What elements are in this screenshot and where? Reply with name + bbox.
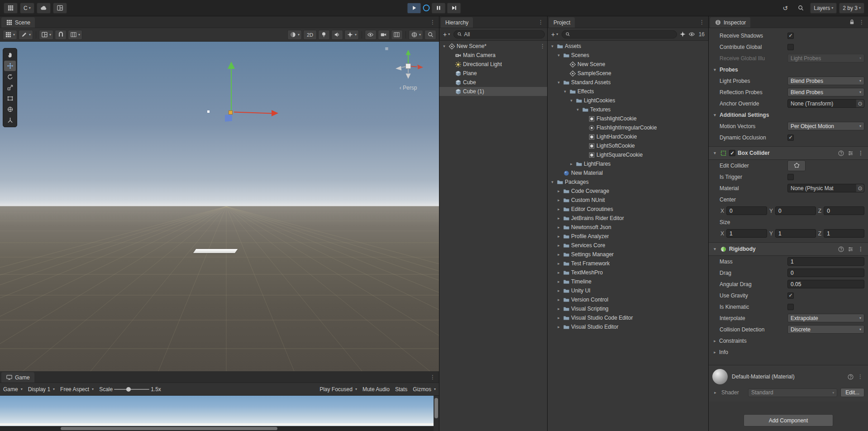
component-header-rigidbody[interactable]: ▾Rigidbody⋮ [709,242,868,256]
foldout-icon[interactable]: ▸ [556,189,562,193]
move-tool-button[interactable] [4,61,16,71]
motion-vectors-dropdown[interactable]: Per Object Motion▾ [787,122,864,130]
camera-settings-button[interactable] [378,30,390,40]
project-item[interactable]: ▸Visual Scripting [548,304,708,313]
foldout-icon[interactable]: ▾ [712,247,718,251]
foldout-icon[interactable]: ▸ [556,297,562,302]
perspective-toggle[interactable]: ‹ Persp [387,85,429,91]
move-gizmo-center-handle[interactable] [229,110,233,115]
foldout-icon[interactable]: ▾ [712,67,718,72]
project-item[interactable]: ▾LightCookies [548,96,708,105]
section-header-probes[interactable]: ▾Probes [709,64,868,75]
foldout-icon[interactable]: ▾ [556,80,562,85]
section-header-additional-settings[interactable]: ▾Additional Settings [709,109,868,120]
receive-shadows-checkbox[interactable]: ✓ [787,33,794,39]
foldout-icon[interactable]: ▸ [556,261,562,266]
project-window-menu-icon[interactable]: ⋮ [698,19,706,25]
scene-effects-button[interactable]: ▾ [344,30,359,40]
custom-tool-button[interactable] [4,115,16,125]
project-item[interactable]: FlashlightCookie [548,114,708,123]
foldout-icon[interactable]: ▸ [556,207,562,211]
material-object-field[interactable]: None (Physic Mat⊙ [787,184,864,192]
foldout-icon[interactable]: ▸ [556,243,562,248]
tab-inspector[interactable]: Inspector [710,17,750,28]
lock-icon[interactable] [849,19,855,25]
project-item[interactable]: ▾Scenes [548,51,708,60]
vector-field-z[interactable]: 0 [824,206,864,215]
hierarchy-item[interactable]: Cube [439,78,547,87]
add-component-button[interactable]: Add Component [744,414,833,426]
play-button[interactable] [407,3,421,14]
scale-slider-knob[interactable] [126,387,131,392]
foldout-icon[interactable]: ▾ [712,113,718,117]
foldout-icon[interactable]: ▾ [568,98,574,103]
object-picker-icon[interactable]: ⊙ [856,100,864,107]
vector-field-z[interactable]: 1 [824,229,864,238]
project-item[interactable]: ▾Packages [548,177,708,187]
project-item[interactable]: ▸Services Core [548,241,708,250]
foldout-icon[interactable]: ▸ [556,234,562,239]
scene-orientation-gizmo[interactable]: ‹ Persp [387,47,429,91]
view-tool-button[interactable] [4,50,16,60]
display-dropdown[interactable]: Display 1▾ [28,386,55,393]
project-item[interactable]: FlashlightIrregularCookie [548,123,708,132]
aspect-ratio-dropdown[interactable]: Free Aspect▾ [60,386,94,393]
scale-tool-button[interactable] [4,82,16,93]
foldout-icon[interactable]: ▸ [556,316,562,320]
is-trigger-checkbox[interactable] [787,174,794,180]
foldout-icon[interactable]: ▾ [556,53,562,57]
shading-mode-button[interactable]: ▾ [287,30,302,40]
pause-button[interactable] [432,3,446,14]
create-asset-button[interactable]: +▾ [550,31,559,38]
project-item[interactable]: ▸LightFlares [548,159,708,168]
project-item[interactable]: ▾Standard Assets [548,78,708,87]
mute-audio-toggle[interactable]: Mute Audio [362,386,390,393]
vector-field-y[interactable]: 0 [775,206,816,215]
vector-field-y[interactable]: 1 [775,229,816,238]
preset-icon[interactable] [847,246,854,253]
project-item[interactable]: ▸Custom NUnit [548,196,708,205]
gizmos-dropdown-button[interactable]: ▾ [409,30,423,40]
project-item[interactable]: ▸Visual Studio Editor [548,322,708,331]
foldout-icon[interactable]: ▸ [556,325,562,329]
tool-settings-button[interactable]: ▾ [3,30,17,40]
more-options-icon[interactable]: ⋮ [857,150,865,156]
foldout-icon[interactable]: ▾ [712,151,718,155]
project-item[interactable]: ▸Newtonsoft Json [548,223,708,232]
is-kinematic-checkbox[interactable] [787,304,794,310]
foldout-icon[interactable]: ▸ [556,225,562,230]
game-horizontal-scrollbar[interactable] [0,426,434,431]
overlay-columns-button[interactable] [391,30,403,40]
constraints-foldout[interactable]: ▸Constraints [709,335,868,346]
interpolate-dropdown[interactable]: Extrapolate▾ [787,314,864,322]
more-options-icon[interactable]: ⋮ [856,374,864,380]
foldout-icon[interactable]: ▸ [712,350,718,354]
move-gizmo-y-arrowhead[interactable] [228,62,235,69]
foldout-icon[interactable]: ▾ [575,107,581,112]
foldout-icon[interactable]: ▾ [441,44,447,48]
project-search-input[interactable] [562,30,677,38]
foldout-icon[interactable]: ▾ [549,44,555,48]
scene-lighting-button[interactable] [318,30,330,40]
component-header-box-collider[interactable]: ▾✓Box Collider⋮ [709,146,868,160]
foldout-icon[interactable]: ▸ [568,162,574,166]
hierarchy-window-menu-icon[interactable]: ⋮ [537,19,545,25]
drag-field[interactable]: 0 [787,268,864,277]
shader-dropdown[interactable]: Standard▾ [748,388,837,397]
selected-cube-object[interactable] [225,114,232,122]
edit-collider-button[interactable] [787,160,806,171]
tab-game[interactable]: Game [1,372,34,383]
project-item[interactable]: ▾Assets [548,42,708,51]
snap-toggle-button[interactable] [55,30,67,40]
info-foldout[interactable]: ▸Info [709,346,868,358]
item-options-icon[interactable]: ⋮ [540,43,545,49]
foldout-icon[interactable]: ▾ [549,180,555,184]
project-item[interactable]: New Material [548,168,708,177]
project-item[interactable]: New Scene [548,60,708,69]
layout-grid-button[interactable] [53,3,67,14]
foldout-icon[interactable]: ▸ [556,306,562,311]
foldout-icon[interactable]: ▸ [712,390,718,395]
help-icon[interactable] [838,246,844,253]
package-visibility-icon[interactable] [688,31,695,38]
rotate-tool-button[interactable] [4,72,16,82]
